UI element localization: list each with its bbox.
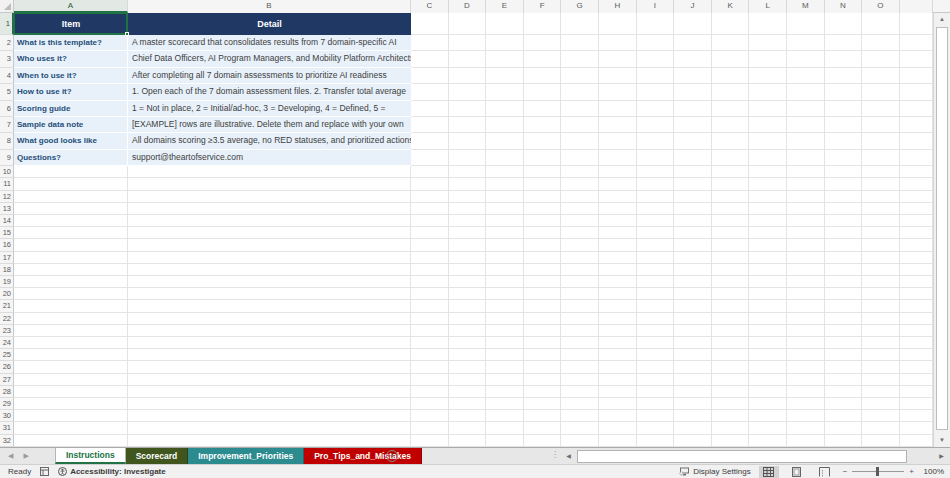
column-header-E[interactable]: E [486,0,524,13]
cell-B8[interactable]: All domains scoring ≥3.5 average, no RED… [128,133,411,149]
cell-B5[interactable]: 1. Open each of the 7 domain assessment … [128,84,411,100]
cell-A4[interactable]: When to use it? [14,68,128,84]
sheet-tab-scorecard[interactable]: Scorecard [126,448,189,464]
column-header-K[interactable]: K [712,0,750,13]
vertical-scrollbar-thumb[interactable] [936,27,948,430]
cell-A7[interactable]: Sample data note [14,117,128,133]
horizontal-scrollbar[interactable]: ◀ ▶ [562,449,948,464]
select-all-triangle-icon [4,3,11,10]
cell-A6[interactable]: Scoring guide [14,101,128,117]
column-header-M[interactable]: M [787,0,825,13]
row-header-17[interactable]: 17 [0,252,14,264]
row-header-32[interactable]: 32 [0,435,14,447]
cell-B2[interactable]: A master scorecard that consolidates res… [128,35,411,51]
row-header-29[interactable]: 29 [0,398,14,410]
row-header-8[interactable]: 8 [0,133,14,149]
gridline [14,348,933,349]
cell-A1[interactable]: Item [14,13,128,35]
column-header-D[interactable]: D [449,0,487,13]
page-break-view-button[interactable] [815,466,835,478]
cell-A3[interactable]: Who uses it? [14,51,128,67]
column-header-filler[interactable] [900,0,933,13]
sheet-tab-instructions[interactable]: Instructions [55,448,126,464]
cell-A2[interactable]: What is this template? [14,35,128,51]
row-header-9[interactable]: 9 [0,150,14,166]
tab-area-resize-handle[interactable]: ⋮ [551,450,559,459]
row-header-11[interactable]: 11 [0,178,14,190]
row-header-3[interactable]: 3 [0,51,14,67]
row-header-18[interactable]: 18 [0,264,14,276]
zoom-slider-track[interactable] [852,467,904,476]
row-header-12[interactable]: 12 [0,191,14,203]
row-header-30[interactable]: 30 [0,410,14,422]
row-header-7[interactable]: 7 [0,117,14,133]
row-header-31[interactable]: 31 [0,422,14,434]
zoom-slider-thumb[interactable] [876,467,879,476]
row-header-23[interactable]: 23 [0,325,14,337]
row-header-27[interactable]: 27 [0,374,14,386]
cell-B3[interactable]: Chief Data Officers, AI Program Managers… [128,51,411,67]
column-header-A[interactable]: A [14,0,128,13]
row-header-10[interactable]: 10 [0,166,14,178]
cell-B7[interactable]: [EXAMPLE] rows are illustrative. Delete … [128,117,411,133]
row-header-28[interactable]: 28 [0,386,14,398]
column-header-I[interactable]: I [637,0,675,13]
column-header-G[interactable]: G [561,0,599,13]
select-all-button[interactable] [0,0,14,13]
column-header-B[interactable]: B [128,0,411,13]
cell-B9[interactable]: support@theartofservice.com [128,150,411,166]
row-header-1[interactable]: 1 [0,13,14,35]
column-header-C[interactable]: C [411,0,449,13]
row-header-2[interactable]: 2 [0,35,14,51]
row-header-21[interactable]: 21 [0,300,14,312]
row-header-4[interactable]: 4 [0,68,14,84]
column-header-N[interactable]: N [825,0,863,13]
row-header-20[interactable]: 20 [0,288,14,300]
tab-nav-left-icon[interactable]: ◀ [8,452,13,460]
zoom-level[interactable]: 100% [922,467,944,476]
scroll-down-icon[interactable]: ▼ [934,434,950,447]
row-header-15[interactable]: 15 [0,227,14,239]
display-settings-button[interactable]: Display Settings [679,467,750,476]
zoom-in-icon[interactable]: + [909,467,914,476]
zoom-out-icon[interactable]: − [843,467,848,476]
cell-A9[interactable]: Questions? [14,150,128,166]
row-header-22[interactable]: 22 [0,313,14,325]
accessibility-status[interactable]: Accessibility: Investigate [58,467,166,476]
tab-nav-right-icon[interactable]: ▶ [23,452,28,460]
gridline [14,373,933,374]
scroll-up-icon[interactable]: ▲ [934,13,950,26]
sheet-tab-pro_tips_and_mistakes[interactable]: Pro_Tips_and_Mistakes [304,448,422,464]
normal-view-icon [763,467,774,477]
vertical-scrollbar[interactable]: ▲ ▼ [933,13,950,447]
zoom-slider[interactable]: − + [843,467,914,476]
column-header-L[interactable]: L [749,0,787,13]
cell-B6[interactable]: 1 = Not in place, 2 = Initial/ad-hoc, 3 … [128,101,411,117]
cell-B4[interactable]: After completing all 7 domain assessment… [128,68,411,84]
row-header-16[interactable]: 16 [0,239,14,251]
row-header-24[interactable]: 24 [0,337,14,349]
column-header-F[interactable]: F [524,0,562,13]
scroll-right-icon[interactable]: ▶ [935,450,948,463]
cell-B1[interactable]: Detail [128,13,411,35]
cell-A5[interactable]: How to use it? [14,84,128,100]
page-layout-view-button[interactable] [787,466,807,478]
normal-view-button[interactable] [759,466,779,478]
row-header-5[interactable]: 5 [0,84,14,100]
macro-record-icon[interactable] [40,467,49,476]
column-header-H[interactable]: H [599,0,637,13]
new-sheet-button[interactable]: + [386,450,398,462]
column-header-O[interactable]: O [862,0,900,13]
row-header-25[interactable]: 25 [0,349,14,361]
row-header-6[interactable]: 6 [0,101,14,117]
row-header-14[interactable]: 14 [0,215,14,227]
sheet-tab-improvement_priorities[interactable]: Improvement_Priorities [188,448,304,464]
column-header-J[interactable]: J [674,0,712,13]
row-header-26[interactable]: 26 [0,361,14,373]
horizontal-scrollbar-thumb[interactable] [577,450,907,463]
cell-A8[interactable]: What good looks like [14,133,128,149]
row-header-19[interactable]: 19 [0,276,14,288]
page-layout-view-icon [791,467,802,477]
scroll-left-icon[interactable]: ◀ [562,450,575,463]
row-header-13[interactable]: 13 [0,203,14,215]
